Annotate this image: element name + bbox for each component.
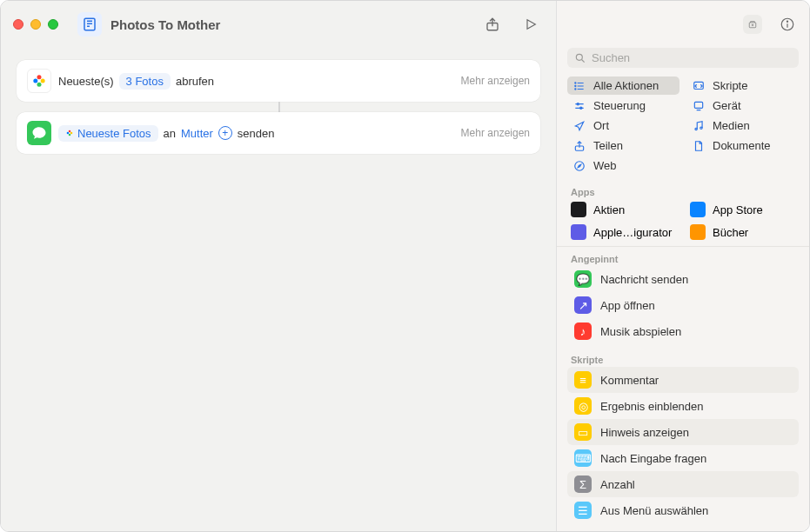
category-device[interactable]: Gerät [686, 96, 799, 115]
location-icon [572, 120, 586, 132]
entry-label: Kommentar [600, 374, 659, 387]
app-item[interactable]: Apple…igurator [567, 222, 679, 243]
search-input[interactable] [592, 51, 792, 64]
category-label: Dokumente [713, 139, 770, 152]
category-slider[interactable]: Steuerung [567, 96, 679, 115]
share-button[interactable] [483, 15, 502, 34]
app-label: Aktien [593, 203, 625, 216]
app-item[interactable]: Aktien [567, 199, 679, 220]
category-label: Gerät [713, 99, 741, 112]
action-entry[interactable]: ≡Kommentar [567, 367, 799, 393]
sidebar-toolbar [557, 1, 809, 48]
close-window-button[interactable] [13, 19, 23, 30]
category-label: Ort [593, 119, 609, 132]
entry-icon: ▭ [574, 423, 592, 441]
svg-marker-5 [527, 20, 535, 30]
svg-point-36 [700, 127, 702, 129]
entry-label: Nach Eingabe fragen [600, 452, 706, 465]
svg-point-11 [70, 132, 73, 135]
entry-label: App öffnen [600, 299, 655, 312]
main-pane: Photos To Mother Neueste(s) 3 Fotos abru… [1, 1, 557, 531]
add-recipient-button[interactable]: + [218, 126, 232, 140]
entry-label: Ergebnis einblenden [600, 400, 704, 413]
svg-line-21 [582, 59, 585, 62]
entry-icon: 💬 [574, 270, 592, 288]
category-label: Steuerung [593, 99, 646, 112]
action-entry[interactable]: ↗App öffnen [567, 292, 799, 318]
svg-point-35 [695, 128, 697, 130]
app-item[interactable]: App Store [686, 199, 799, 220]
library-button[interactable] [743, 15, 762, 34]
category-share[interactable]: Teilen [567, 136, 679, 155]
entry-icon: ◎ [574, 397, 592, 415]
titlebar: Photos To Mother [1, 1, 556, 48]
action-text: an [164, 127, 176, 140]
category-script[interactable]: Skripte [686, 76, 799, 95]
category-label: Skripte [713, 79, 747, 92]
scripts-section-label: Skripte [557, 348, 809, 367]
action-list[interactable]: Angepinnt 💬Nachricht senden↗App öffnen♪M… [557, 246, 809, 531]
action-text: senden [238, 127, 275, 140]
category-label: Alle Aktionen [593, 79, 659, 92]
action-entry[interactable]: ▭Hinweis anzeigen [567, 419, 799, 445]
action-entry[interactable]: ⌨Nach Eingabe fragen [567, 445, 799, 471]
safari-icon [572, 160, 586, 172]
svg-point-7 [41, 79, 45, 83]
entry-icon: ⌨ [574, 449, 592, 467]
category-label: Medien [713, 119, 750, 132]
minimize-window-button[interactable] [30, 19, 41, 30]
app-item[interactable]: Bücher [686, 222, 799, 243]
photos-icon [27, 69, 51, 93]
device-icon [692, 100, 706, 112]
show-more-button[interactable]: Mehr anzeigen [461, 127, 530, 139]
svg-point-25 [575, 82, 576, 83]
window-controls [13, 19, 58, 30]
info-button[interactable] [778, 15, 797, 34]
category-label: Web [593, 159, 617, 172]
entry-label: Aus Menü auswählen [600, 504, 708, 517]
entry-label: Hinweis anzeigen [600, 426, 689, 439]
show-more-button[interactable]: Mehr anzeigen [461, 75, 530, 87]
svg-point-10 [69, 130, 71, 133]
action-get-recent-photos[interactable]: Neueste(s) 3 Fotos abrufen Mehr anzeigen [17, 60, 540, 102]
app-icon [690, 202, 706, 217]
action-text: Neueste(s) [58, 75, 114, 88]
entry-label: Nachricht senden [600, 273, 688, 286]
slider-icon [572, 100, 586, 112]
action-entry[interactable]: ♪Musik abspielen [567, 318, 799, 344]
zoom-window-button[interactable] [48, 19, 58, 30]
category-location[interactable]: Ort [567, 116, 679, 135]
pinned-section-label: Angepinnt [557, 247, 809, 266]
recipient-token[interactable]: Mutter [181, 127, 213, 140]
action-connector [278, 102, 280, 112]
svg-point-12 [69, 134, 71, 136]
entry-icon: ♪ [574, 323, 592, 340]
entry-label: Musik abspielen [600, 325, 681, 338]
photo-count-token[interactable]: 3 Fotos [119, 73, 171, 90]
window-title: Photos To Mother [110, 17, 483, 32]
action-entry[interactable]: ΣAnzahl [567, 471, 799, 497]
app-label: Apple…igurator [593, 226, 672, 239]
svg-point-6 [37, 75, 42, 79]
doc-icon [692, 140, 706, 152]
search-field[interactable] [567, 48, 799, 68]
action-entry[interactable]: ☰Aus Menü auswählen [567, 497, 799, 523]
category-safari[interactable]: Web [567, 156, 679, 175]
magic-variable-token[interactable]: Neueste Fotos [58, 125, 158, 142]
apps-section-label: Apps [557, 180, 809, 199]
action-send-message[interactable]: Neueste Fotos an Mutter + senden Mehr an… [17, 112, 540, 154]
run-button[interactable] [521, 15, 540, 34]
entry-icon: ≡ [574, 371, 592, 389]
entry-icon: Σ [574, 475, 592, 493]
share-icon [572, 140, 586, 152]
category-label: Teilen [593, 139, 623, 152]
category-list[interactable]: Alle Aktionen [567, 76, 679, 95]
action-entry[interactable]: ◎Ergebnis einblenden [567, 393, 799, 419]
library-sidebar: Alle AktionenSkripteSteuerungGerätOrtMed… [557, 1, 809, 531]
action-entry[interactable]: 💬Nachricht senden [567, 266, 799, 292]
category-music[interactable]: Medien [686, 116, 799, 135]
entry-icon: ↗ [574, 296, 592, 314]
workflow-canvas[interactable]: Neueste(s) 3 Fotos abrufen Mehr anzeigen… [1, 48, 556, 176]
category-doc[interactable]: Dokumente [686, 136, 799, 155]
svg-point-8 [37, 83, 42, 87]
